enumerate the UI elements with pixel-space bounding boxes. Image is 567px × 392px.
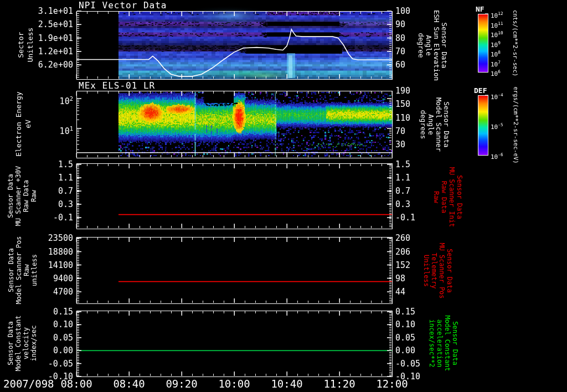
plot-page: NPI Vector Data MEx ELS-01 LR NF DEF 200…	[0, 0, 567, 392]
y-tick-label-left: 6.2e+00	[32, 60, 73, 69]
colorbar-tick-label: 10-4	[491, 92, 503, 101]
y-tick-label-left: 4700	[32, 287, 73, 296]
y-axis-name-left: SectorUnitless	[16, 12, 35, 78]
y-tick-label-left: 102	[32, 94, 73, 106]
panel-scanner-pos-plot-area	[76, 237, 393, 304]
x-tick-label: 11:20	[317, 378, 362, 390]
colorbar-def-title: DEF	[474, 86, 487, 95]
y-axis-name-right: Sensor DataMU Scanner PosTelemetryUnitle…	[422, 231, 453, 311]
y-tick-label-left: 0.3	[32, 200, 73, 209]
x-tick-label: 08:00	[54, 378, 99, 390]
y-tick-label-left: 0.00	[32, 346, 73, 355]
colorbar-tick-label: 1011	[491, 20, 503, 29]
y-axis-name-right: Sensor DataESH Sun ElevationAngledegree	[417, 1, 448, 90]
colorbar-tick-label: 107	[491, 59, 501, 68]
y-tick-label-right: 0.10	[395, 320, 429, 329]
panel-velocity-plot-area	[76, 311, 393, 377]
colorbar-tick-label: 1012	[491, 11, 503, 19]
y-axis-name-right: Sensor DataModel ScannerAngledegrees	[419, 80, 450, 169]
y-tick-label-right: 0.7	[395, 187, 429, 195]
panel-mu30v-plot-area	[76, 163, 393, 229]
colorbar-nf	[478, 14, 488, 73]
y-tick-label-left: 14100	[32, 261, 73, 270]
colorbar-tick-label: 10-5	[491, 122, 503, 131]
y-tick-label-left: 3.1e+01	[32, 7, 73, 16]
y-axis-name-right: Sensor DataModel Constantaccelerationinc…	[427, 301, 458, 386]
y-tick-label-right: 0.00	[395, 346, 429, 355]
y-tick-label-left: 1.2e+01	[32, 47, 73, 56]
y-tick-label-left: 23500	[32, 234, 73, 243]
y-tick-label-left: 2.5e+01	[32, 20, 73, 29]
x-tick-label: 10:40	[265, 378, 309, 390]
panel-npi-plot-area	[76, 11, 393, 80]
x-tick-label: 09:20	[159, 378, 204, 390]
y-axis-name-right: Sensor DataMU Scanner InitRaw DataRaw	[432, 157, 463, 238]
x-tick-label: 12:00	[370, 378, 414, 390]
colorbar-unit-label: ergs/(cm**2-sr-sec-eV)	[512, 77, 519, 174]
y-tick-label-left: 0.7	[32, 187, 73, 195]
y-tick-label-left: -0.1	[32, 213, 73, 222]
y-tick-label-right: 0.3	[395, 200, 429, 209]
y-tick-label-left: 1.5	[32, 160, 73, 169]
y-tick-label-right: -0.05	[395, 359, 429, 368]
y-tick-label-left: 0.15	[32, 307, 73, 316]
y-tick-label-right: 0.05	[395, 333, 429, 342]
colorbar-def	[478, 95, 488, 156]
y-tick-label-left: 0.10	[32, 320, 73, 329]
colorbar-nf-title: NF	[476, 5, 484, 13]
y-tick-label-right: 0.15	[395, 307, 429, 316]
y-tick-label-left: 18800	[32, 247, 73, 256]
y-tick-label-right: 1.5	[395, 160, 429, 169]
y-tick-label-right: -0.1	[395, 213, 429, 222]
colorbar-tick-label: 109	[491, 40, 501, 49]
panel-npi-title: NPI Vector Data	[79, 0, 167, 11]
y-tick-label-left: 1.1	[32, 173, 73, 182]
y-tick-label-left: 9400	[32, 274, 73, 283]
colorbar-unit-label: cnts/(cm**2-sr-sec)	[512, 2, 519, 85]
panel-els-plot-area	[76, 91, 393, 158]
x-tick-label: 10:00	[212, 378, 256, 390]
y-axis-name-left: Sensor DataModel Constantvelocityindex/s…	[7, 299, 38, 388]
y-tick-label-left: 101	[32, 124, 73, 136]
y-tick-label-left: 1.9e+01	[32, 34, 73, 43]
colorbar-tick-label: 108	[491, 49, 501, 58]
colorbar-tick-label: 1010	[491, 30, 503, 39]
y-tick-label-left: -0.05	[32, 359, 73, 368]
colorbar-tick-label: 10-6	[491, 152, 503, 161]
y-tick-label-right: 1.1	[395, 173, 429, 182]
y-tick-label-left: 0.05	[32, 333, 73, 342]
x-tick-label: 08:40	[107, 378, 151, 390]
panel-els-title: MEx ELS-01 LR	[79, 80, 155, 91]
colorbar-tick-label: 106	[491, 69, 501, 78]
